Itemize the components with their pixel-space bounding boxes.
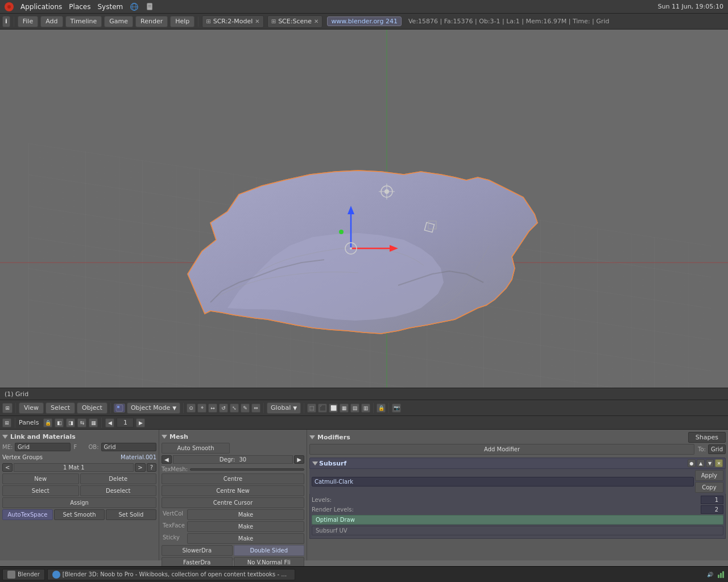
texmesh-field[interactable] <box>190 468 304 471</box>
places-menu[interactable]: Places <box>69 3 90 11</box>
sticky-make-btn[interactable]: Make <box>187 533 304 544</box>
translate-icon[interactable]: ↔ <box>208 404 217 413</box>
degr-inc-btn[interactable]: ▶ <box>294 455 304 464</box>
panel-grid[interactable]: ▦ <box>89 418 98 427</box>
centre-cursor-btn[interactable]: Centre Cursor <box>162 497 304 508</box>
screen-selector[interactable]: ⊞ SCR:2-Model ✕ <box>202 15 263 28</box>
render-levels-value[interactable]: 2 <box>701 505 723 514</box>
svg-rect-28 <box>720 573 722 578</box>
assign-btn[interactable]: Assign <box>2 497 156 508</box>
double-sided-btn[interactable]: Double Sided <box>234 545 305 556</box>
slower-draw-btn[interactable]: SlowerDra <box>162 545 233 556</box>
select-menu-btn[interactable]: Select <box>46 402 75 414</box>
subsurf-down-icon[interactable]: ▼ <box>706 459 714 467</box>
centre-new-btn[interactable]: Centre New <box>162 485 304 496</box>
degr-dec-btn[interactable]: ◀ <box>162 455 172 464</box>
mat-next-btn[interactable]: > <box>135 463 145 472</box>
sep8 <box>373 403 374 413</box>
vertex-groups-label: Vertex Groups <box>2 453 43 462</box>
render-menu[interactable]: Render <box>135 16 168 27</box>
panel-align1[interactable]: ◧ <box>55 418 64 427</box>
grid6-icon[interactable]: ▥ <box>361 404 370 413</box>
select-btn[interactable]: Select <box>2 485 79 496</box>
autotexspace-btn[interactable]: AutoTexSpace <box>2 509 53 520</box>
mat-question-btn[interactable]: ? <box>147 463 156 472</box>
grid3-icon[interactable]: ⬜ <box>329 404 338 413</box>
scale-icon[interactable]: ⤡ <box>230 404 239 413</box>
copy-btn[interactable]: Copy <box>695 482 723 493</box>
file-icon <box>146 2 155 11</box>
panels-icon[interactable]: ⊞ <box>2 418 11 427</box>
subsurf-header: Subsurf ● ▲ ▼ ✕ <box>309 458 726 469</box>
vertcol-make-btn[interactable]: Make <box>187 509 304 520</box>
help-menu[interactable]: Help <box>170 16 195 27</box>
me-value[interactable]: Grid <box>15 443 71 451</box>
subsurf-up-icon[interactable]: ▲ <box>697 459 705 467</box>
panel-lock-icon[interactable]: 🔒 <box>43 418 52 427</box>
page-next[interactable]: ▶ <box>136 418 145 427</box>
view-icon[interactable]: ⊞ <box>2 403 13 413</box>
levels-value[interactable]: 1 <box>701 496 723 504</box>
set-solid-btn[interactable]: Set Solid <box>106 509 156 520</box>
mode-icon[interactable] <box>114 404 125 413</box>
subsurf-close-icon[interactable]: ✕ <box>715 459 723 467</box>
camera-icon[interactable]: 📷 <box>392 404 401 413</box>
game-menu[interactable]: Game <box>104 16 133 27</box>
panel-triangle[interactable] <box>2 435 8 439</box>
snap-icon[interactable]: ⌖ <box>197 404 206 413</box>
subsurf-expand[interactable] <box>312 462 318 465</box>
grid5-icon[interactable]: ▤ <box>350 404 359 413</box>
mat-prev-btn[interactable]: < <box>2 463 13 472</box>
taskbar-blender[interactable]: Blender <box>2 569 45 580</box>
delete-btn[interactable]: Delete <box>80 473 157 484</box>
mirror-icon[interactable]: ⇔ <box>251 404 260 413</box>
transform-dropdown[interactable]: Global ▼ <box>267 402 301 414</box>
www-badge[interactable]: www.blender.org 241 <box>327 16 402 26</box>
mesh-triangle[interactable] <box>162 435 167 439</box>
system-menu[interactable]: System <box>97 3 123 11</box>
mode-dropdown[interactable]: Object Mode ▼ <box>127 402 180 414</box>
panel-flip[interactable]: ⇆ <box>77 418 86 427</box>
panel-align2[interactable]: ◨ <box>66 418 75 427</box>
modifiers-triangle[interactable] <box>309 435 315 439</box>
viewport-3d[interactable] <box>0 30 728 388</box>
lock-icon[interactable]: 🔒 <box>377 404 386 413</box>
apply-btn[interactable]: Apply <box>695 470 723 481</box>
proportional-icon[interactable]: ⊙ <box>187 404 196 413</box>
auto-smooth-btn[interactable]: Auto Smooth <box>162 443 230 454</box>
ubuntu-icon[interactable] <box>5 2 14 11</box>
face-options: VertCol Make TexFace Make Sticky Make <box>162 509 304 544</box>
deselect-btn[interactable]: Deselect <box>80 485 157 496</box>
catmull-select[interactable]: Catmull-Clark <box>312 477 694 487</box>
page-prev[interactable]: ◀ <box>105 418 114 427</box>
timeline-menu[interactable]: Timeline <box>65 16 102 27</box>
rotate-icon[interactable]: ↺ <box>219 404 228 413</box>
grid1-icon[interactable]: ⬚ <box>307 404 316 413</box>
new-btn[interactable]: New <box>2 473 79 484</box>
texface-make-btn[interactable]: Make <box>187 521 304 532</box>
tray-network[interactable] <box>717 570 726 579</box>
set-smooth-btn[interactable]: Set Smooth <box>54 509 105 520</box>
applications-menu[interactable]: Applications <box>20 3 62 11</box>
add-modifier-btn[interactable]: Add Modifier <box>309 444 694 455</box>
grid2-icon[interactable]: ⬛ <box>318 404 327 413</box>
ob-value[interactable]: Grid <box>101 443 157 451</box>
object-menu-btn[interactable]: Object <box>77 402 107 414</box>
render-levels-row: Render Levels: 2 <box>312 505 723 514</box>
taskbar-browser[interactable]: [Blender 3D: Noob to Pro - Wikibooks, co… <box>47 569 295 580</box>
optimal-draw-btn[interactable]: Optimal Draw <box>312 515 723 525</box>
view-menu-btn[interactable]: View <box>19 402 44 414</box>
grid4-icon[interactable]: ▦ <box>340 404 349 413</box>
scene-selector[interactable]: ⊞ SCE:Scene ✕ <box>267 15 323 28</box>
tray-sound[interactable]: 🔊 <box>705 570 714 579</box>
subsurf-render-icon[interactable]: ● <box>688 459 696 467</box>
file-menu[interactable]: File <box>18 16 38 27</box>
mat-count[interactable]: 1 Mat 1 <box>14 463 134 472</box>
info-btn[interactable]: i <box>2 16 10 27</box>
add-menu[interactable]: Add <box>40 16 63 27</box>
degr-value: Degr: 30 <box>173 455 293 464</box>
to-field[interactable]: Grid <box>708 444 726 454</box>
centre-btn[interactable]: Centre <box>162 473 304 484</box>
draw-icon[interactable]: ✎ <box>241 404 250 413</box>
shapes-tab[interactable]: Shapes <box>688 432 726 443</box>
